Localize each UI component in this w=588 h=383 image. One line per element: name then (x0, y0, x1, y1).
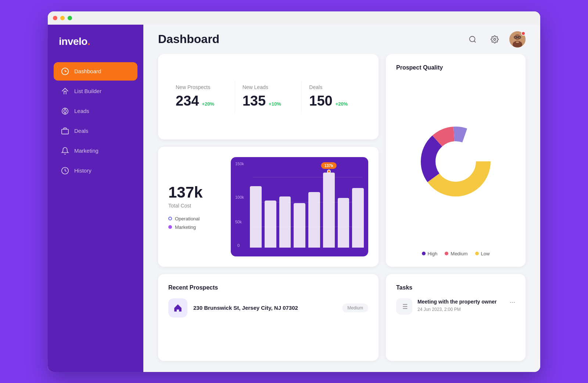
stat-value: 234 (176, 93, 199, 109)
titlebar (48, 11, 540, 25)
settings-button[interactable] (487, 32, 502, 47)
house-icon (173, 303, 183, 313)
sidebar: invelo. Dashboard List Builder (48, 25, 143, 372)
bar-7 (338, 198, 349, 247)
minimize-dot[interactable] (60, 16, 65, 20)
sidebar-nav: Dashboard List Builder Leads (48, 62, 143, 180)
svg-point-9 (470, 36, 475, 42)
medium-dot (445, 252, 448, 255)
task-list-icon (400, 302, 408, 311)
bar-dot (327, 170, 331, 173)
user-avatar-wrap[interactable] (509, 31, 526, 47)
cost-value: 137k (168, 184, 220, 201)
cost-legend: Operational Marketing (168, 216, 220, 230)
stat-value-row: 135 +10% (243, 93, 294, 109)
legend-medium: Medium (445, 251, 467, 256)
page-title: Dashboard (158, 32, 219, 46)
bar-chart: 150k 100k 50k 0 (231, 157, 368, 256)
task-icon (396, 298, 412, 315)
legend-high: High (422, 251, 438, 256)
prospect-icon (168, 298, 187, 318)
bar-tooltip: 137k (321, 162, 336, 169)
app-window: invelo. Dashboard List Builder (48, 11, 540, 372)
logo-dot: . (87, 36, 90, 47)
bar-2 (265, 201, 276, 247)
stat-label: New Leads (243, 84, 294, 90)
dashboard-icon (61, 67, 69, 75)
sidebar-item-list-builder[interactable]: List Builder (54, 82, 137, 100)
bar-6: 137k (323, 173, 335, 248)
prospects-card-title: Recent Prospects (168, 284, 368, 291)
task-title: Meeting with the property owner (417, 298, 505, 306)
topbar-actions (465, 31, 526, 47)
legend-low: Low (475, 251, 490, 256)
tasks-card: Tasks (386, 274, 526, 361)
operational-label: Operational (175, 216, 200, 221)
y-label-150k: 150k (235, 162, 244, 166)
svg-line-10 (474, 41, 476, 42)
donut-chart (415, 121, 496, 202)
legend-operational: Operational (168, 216, 220, 221)
svg-point-23 (437, 142, 475, 181)
high-dot (422, 252, 426, 255)
close-dot[interactable] (53, 16, 57, 20)
sidebar-item-label: List Builder (74, 88, 101, 94)
recent-prospects-card: Recent Prospects 230 Brunswick St, Jerse… (158, 274, 379, 361)
legend-marketing: Marketing (168, 224, 220, 230)
logo: invelo. (48, 36, 143, 62)
search-button[interactable] (465, 32, 480, 47)
donut-chart-wrap (396, 78, 515, 245)
cost-left: 137k Total Cost Operational Marketing (168, 157, 220, 256)
sidebar-item-deals[interactable]: Deals (54, 122, 137, 140)
stat-change: +10% (269, 101, 281, 107)
cost-card: 137k Total Cost Operational Marketing (158, 147, 379, 267)
stats-card: New Prospects 234 +20% New Leads 135 +10… (158, 54, 379, 140)
task-more-button[interactable]: ··· (510, 298, 515, 306)
stat-deals: Deals 150 +20% (302, 81, 368, 113)
app-body: invelo. Dashboard List Builder (48, 25, 540, 372)
sidebar-item-leads[interactable]: Leads (54, 102, 137, 120)
notification-dot (521, 31, 526, 36)
legend-medium-label: Medium (451, 251, 467, 256)
cost-label: Total Cost (168, 203, 220, 209)
sidebar-item-label: Dashboard (74, 68, 101, 74)
bar-3 (279, 196, 291, 248)
prospect-address: 230 Brunswick St, Jersey City, NJ 07302 (193, 305, 336, 311)
bar-4 (294, 203, 305, 247)
home-icon (61, 87, 69, 95)
quality-card-title: Prospect Quality (396, 64, 515, 71)
task-info: Meeting with the property owner 24 Jun 2… (417, 298, 505, 312)
bar-8 (352, 188, 364, 248)
sidebar-item-dashboard[interactable]: Dashboard (54, 62, 137, 81)
prospect-quality-card: Prospect Quality (386, 54, 526, 267)
stat-label: New Prospects (176, 84, 227, 90)
y-label-50k: 50k (235, 220, 242, 224)
task-item: Meeting with the property owner 24 Jun 2… (396, 298, 515, 315)
maximize-dot[interactable] (68, 16, 72, 20)
sidebar-item-label: Leads (74, 108, 89, 114)
stat-value-row: 234 +20% (176, 93, 227, 109)
main-area: Dashboard (143, 25, 540, 372)
content-area: New Prospects 234 +20% New Leads 135 +10… (143, 54, 540, 372)
y-label-0: 0 (237, 243, 240, 248)
sidebar-item-label: Marketing (74, 148, 98, 154)
topbar: Dashboard (143, 25, 540, 54)
svg-rect-7 (62, 129, 68, 134)
svg-rect-18 (516, 42, 519, 43)
marketing-dot (168, 225, 172, 229)
stat-label: Deals (309, 84, 361, 90)
legend-high-label: High (428, 251, 438, 256)
bar-5 (308, 192, 320, 248)
tasks-card-title: Tasks (396, 284, 515, 291)
low-dot (475, 252, 479, 255)
stat-change: +20% (202, 101, 214, 107)
stat-new-leads: New Leads 135 +10% (235, 81, 302, 113)
sidebar-item-label: History (74, 167, 92, 174)
bell-icon (61, 147, 69, 155)
stat-value-row: 150 +20% (309, 93, 361, 109)
svg-point-4 (64, 110, 66, 112)
stat-change: +20% (336, 101, 348, 107)
clock-icon (61, 167, 69, 175)
sidebar-item-marketing[interactable]: Marketing (54, 142, 137, 160)
sidebar-item-history[interactable]: History (54, 162, 137, 180)
